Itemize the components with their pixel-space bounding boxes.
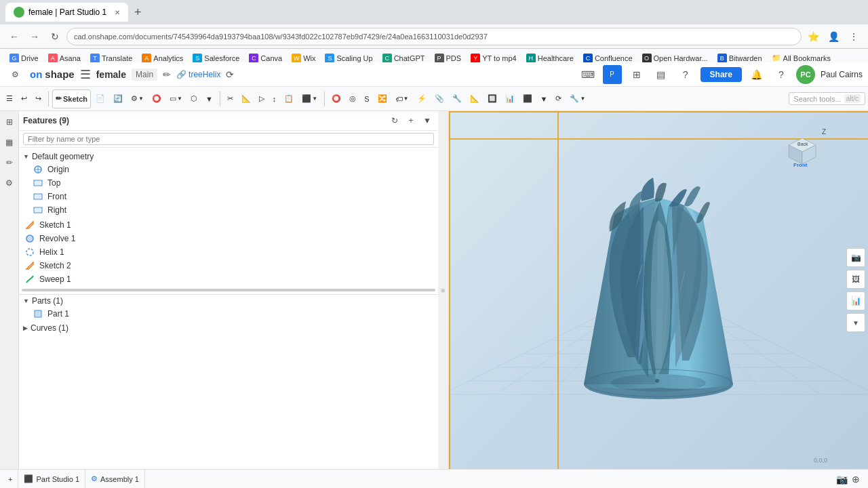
- feature-sketch2[interactable]: Sketch 2: [19, 259, 438, 272]
- notifications-icon[interactable]: 🔔: [747, 65, 766, 84]
- curves-group-header[interactable]: ▶ Curves (1): [19, 322, 438, 334]
- branch-label[interactable]: Main: [132, 68, 157, 81]
- tool-revolve[interactable]: 🔄: [110, 89, 126, 108]
- tool-dropdown2[interactable]: ▼: [537, 89, 551, 108]
- reload-button[interactable]: ↻: [46, 28, 64, 45]
- side-icon-sketch[interactable]: ✏: [1, 155, 18, 171]
- menu-button[interactable]: ⋮: [845, 28, 863, 45]
- extensions-button[interactable]: ⭐: [804, 28, 822, 45]
- address-bar[interactable]: cad.onshape.com/documents/745439964da919…: [66, 28, 802, 45]
- grid-view-icon[interactable]: ⊞: [627, 65, 646, 84]
- feature-sweep1[interactable]: Sweep 1: [19, 272, 438, 286]
- tool-wrench[interactable]: 🔧: [449, 89, 465, 108]
- part-studio-tab[interactable]: ⬛ Part Studio 1: [18, 470, 85, 488]
- tool-bolt[interactable]: ⚡: [414, 89, 430, 108]
- filter-input[interactable]: [23, 133, 434, 145]
- document-name: female: [96, 69, 126, 80]
- feature-helix1[interactable]: Helix 1: [19, 245, 438, 259]
- tab-link[interactable]: 🔗 treeHelix: [176, 70, 220, 79]
- tool-path[interactable]: 🔀: [374, 89, 391, 108]
- parts-group-header[interactable]: ▼ Parts (1): [19, 295, 438, 307]
- sketch-button[interactable]: ✏ Sketch: [52, 89, 91, 108]
- keyboard-shortcuts-icon[interactable]: ⌨: [578, 65, 597, 84]
- edit-doc-icon[interactable]: ✏: [163, 69, 171, 80]
- side-icon-settings[interactable]: ⚙: [1, 175, 18, 191]
- sync-icon[interactable]: ⟳: [226, 69, 234, 80]
- view-cube[interactable]: Z Back: [780, 125, 827, 172]
- tool-circle[interactable]: ⭕: [149, 89, 165, 108]
- left-panel-toggle[interactable]: ☰: [3, 89, 16, 108]
- undo-button[interactable]: ↩: [18, 89, 31, 108]
- tool-copy[interactable]: 📋: [281, 89, 297, 108]
- tool-angle[interactable]: 📐: [467, 89, 483, 108]
- search-tools[interactable]: Search tools... alt/c: [789, 92, 865, 105]
- share-button[interactable]: Share: [701, 67, 742, 82]
- tool-resize[interactable]: ↕: [269, 89, 280, 108]
- side-icon-tools[interactable]: ⊞: [1, 114, 18, 130]
- features-refresh-icon[interactable]: ↻: [388, 114, 401, 127]
- vp-tool-display[interactable]: 📊: [846, 291, 865, 310]
- feature-top[interactable]: Top: [19, 176, 438, 190]
- display-style-dropdown[interactable]: ▼: [846, 313, 865, 332]
- camera-bottom-icon[interactable]: 📷: [836, 474, 848, 485]
- help2-icon[interactable]: ?: [772, 65, 791, 84]
- help-icon[interactable]: ?: [676, 65, 695, 84]
- fit-bottom-icon[interactable]: ⊕: [852, 474, 860, 485]
- forward-button[interactable]: →: [26, 28, 43, 45]
- onshape-logo[interactable]: onshape: [30, 68, 75, 80]
- hamburger-menu[interactable]: ☰: [80, 67, 91, 82]
- tool-dropdown1[interactable]: ▼: [202, 89, 216, 108]
- back-button[interactable]: ←: [5, 28, 23, 45]
- tool-target[interactable]: ◎: [346, 89, 359, 108]
- collaborate-icon[interactable]: P: [603, 65, 622, 84]
- tool-black[interactable]: ⬛: [519, 89, 536, 108]
- redo-button[interactable]: ↪: [32, 89, 45, 108]
- tool-orbit[interactable]: ⭕: [328, 89, 344, 108]
- tool-chart[interactable]: 📊: [502, 89, 518, 108]
- feature-revolve1[interactable]: Revolve 1: [19, 232, 438, 245]
- tab-favicon: [14, 7, 24, 18]
- tab-close-button[interactable]: ✕: [115, 9, 120, 16]
- side-icon-parts[interactable]: ▦: [1, 134, 18, 150]
- feature-origin[interactable]: Origin: [19, 163, 438, 176]
- app-menu-icon[interactable]: ⚙: [5, 65, 24, 84]
- tool-cut[interactable]: ✂: [224, 89, 237, 108]
- svg-rect-3: [34, 180, 42, 186]
- tool-square[interactable]: ⬛▼: [298, 89, 321, 108]
- active-tab[interactable]: female | Part Studio 1 ✕: [5, 3, 128, 22]
- tool-measure[interactable]: 📐: [238, 89, 254, 108]
- scaling-up-icon: S: [325, 54, 334, 63]
- tool-insert[interactable]: 📄: [92, 89, 108, 108]
- panels-icon[interactable]: ▤: [652, 65, 671, 84]
- tool-box[interactable]: 🔲: [484, 89, 500, 108]
- tool-reset[interactable]: ⟳: [552, 89, 565, 108]
- add-tab-button[interactable]: +: [3, 470, 18, 488]
- tool-shape[interactable]: ⬡: [187, 89, 201, 108]
- tool-clip[interactable]: 📎: [431, 89, 448, 108]
- default-geometry-header[interactable]: ▼ Default geometry: [19, 150, 438, 163]
- feature-front[interactable]: Front: [19, 190, 438, 203]
- viewport-3d[interactable]: Z Back: [449, 111, 868, 469]
- assembly-icon: ⚙: [91, 474, 98, 483]
- user-name[interactable]: Paul Cairns: [821, 70, 863, 79]
- feature-sketch1[interactable]: Sketch 1: [19, 218, 438, 232]
- assembly-tab[interactable]: ⚙ Assembly 1: [85, 470, 145, 488]
- user-avatar[interactable]: PC: [796, 65, 815, 84]
- feature-part1[interactable]: Part 1: [19, 307, 438, 321]
- tool-gear[interactable]: ⚙▼: [127, 89, 147, 108]
- vp-tool-camera[interactable]: 📷: [846, 248, 865, 267]
- feature-right[interactable]: Right: [19, 203, 438, 217]
- profile-button[interactable]: 👤: [825, 28, 842, 45]
- features-filter-icon[interactable]: ▼: [420, 114, 434, 127]
- tool-arrow[interactable]: ▷: [256, 89, 268, 108]
- features-add-icon[interactable]: +: [404, 114, 418, 127]
- vp-tool-render[interactable]: 🖼: [846, 270, 865, 289]
- tool-tag[interactable]: 🏷▼: [392, 89, 412, 108]
- features-scrollbar[interactable]: [22, 289, 435, 291]
- tool-rect[interactable]: ▭▼: [166, 89, 186, 108]
- new-tab-button[interactable]: +: [128, 3, 147, 22]
- collapse-panel-handle[interactable]: ≡: [438, 111, 449, 469]
- tool-s[interactable]: S: [361, 89, 372, 108]
- tool-settings[interactable]: 🔧▼: [566, 89, 589, 108]
- svg-point-6: [26, 235, 33, 242]
